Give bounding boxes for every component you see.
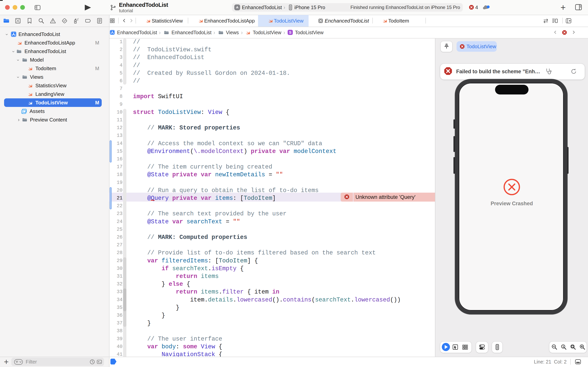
svg-text:1: 1 bbox=[563, 345, 564, 348]
